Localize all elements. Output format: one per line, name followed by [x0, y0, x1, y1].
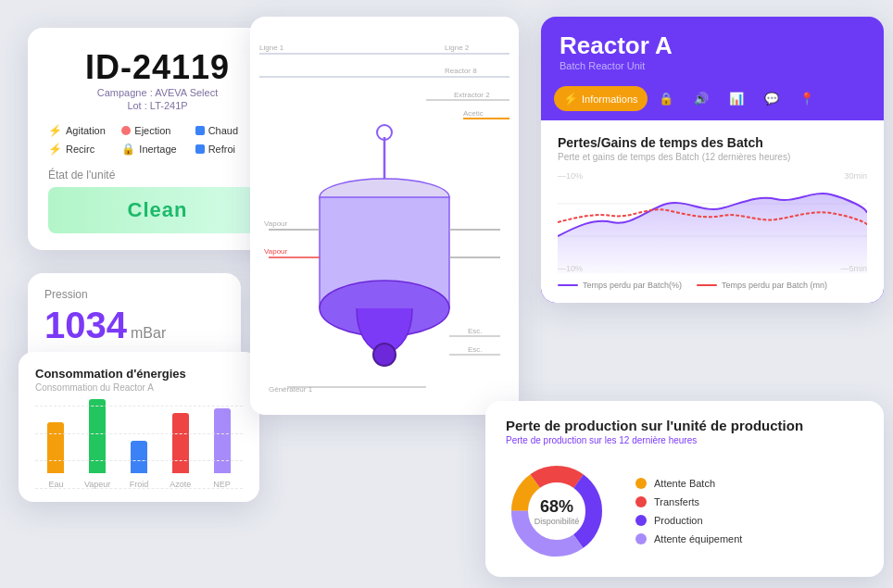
bar-eau-rect — [47, 422, 64, 473]
chaud-icon — [195, 126, 205, 135]
chart-sub: Perte et gains de temps des Batch (12 de… — [558, 152, 867, 162]
card-diagram: Ligne 1 Ligne 2 Reactor 8 Vapour Vapour — [250, 17, 519, 415]
inertage-icon: 🔒 — [121, 143, 135, 156]
dot-attente-batch — [635, 478, 647, 489]
reactor-diagram-svg: Ligne 1 Ligne 2 Reactor 8 Vapour Vapour — [259, 26, 509, 406]
card-perte: Perte de production sur l'unité de produ… — [485, 401, 884, 577]
legend-attente-equipement: Attente équipement — [635, 533, 742, 544]
card-id: ID-24119 Campagne : AVEVA Select Lot : L… — [28, 28, 287, 250]
legend-attente-batch: Attente Batch — [635, 478, 742, 489]
tag-ejection-label: Ejection — [134, 125, 170, 136]
bar-azote: Azote — [163, 413, 197, 489]
pression-unit: mBar — [131, 325, 166, 342]
tab-lock[interactable]: 🔒 — [649, 86, 683, 111]
bar-eau-label: Eau — [48, 480, 63, 489]
legend-line-red — [697, 284, 717, 286]
legend-attente-batch-label: Attente Batch — [654, 478, 715, 489]
tab-chat[interactable]: 💬 — [755, 86, 788, 111]
chat-icon: 💬 — [764, 92, 779, 106]
line-chart-svg — [558, 171, 867, 273]
pression-number: 1034 — [44, 305, 127, 346]
legend-batch-pct: Temps perdu par Batch(%) — [558, 281, 682, 290]
tag-agitation-label: Agitation — [66, 125, 106, 136]
svg-text:Ligne 1: Ligne 1 — [259, 44, 284, 52]
svg-text:Générateur 1: Générateur 1 — [269, 385, 313, 394]
tab-informations[interactable]: ⚡ Informations — [554, 86, 648, 111]
grid-line-1 — [35, 406, 243, 407]
legend-line-purple — [558, 284, 578, 286]
reactor-header: Reactor A Batch Reactor Unit — [541, 17, 884, 81]
perte-sub: Perte de production sur les 12 dernière … — [506, 435, 863, 445]
dot-attente-equipement — [635, 533, 647, 544]
y-label-bot-right: —5min — [840, 264, 867, 273]
svg-text:Acetic: Acetic — [463, 109, 484, 118]
y-label-top-right: 30min — [844, 171, 867, 181]
refroi-icon — [195, 144, 205, 154]
conso-title: Consommation d'énergies — [35, 367, 243, 381]
y-label-top-left: —10% — [558, 171, 583, 181]
reactor-sub: Batch Reactor Unit — [560, 60, 865, 71]
id-campaign: Campagne : AVEVA Select — [48, 87, 267, 98]
perte-title: Perte de production sur l'unité de produ… — [506, 418, 863, 433]
tag-chaud-label: Chaud — [208, 125, 238, 136]
line-chart-wrap: —10% 30min —10% —5min — [558, 171, 867, 273]
tab-informations-label: Informations — [582, 94, 638, 105]
id-title: ID-24119 — [48, 48, 267, 87]
bar-vapeur-label: Vapeur — [84, 480, 110, 489]
bar-nep: NEP — [205, 408, 239, 489]
card-conso: Consommation d'énergies Consommation du … — [19, 352, 259, 502]
svg-text:Extractor 2: Extractor 2 — [454, 91, 490, 99]
reactor-chart-area: Pertes/Gains de temps des Batch Perte et… — [541, 120, 884, 303]
bar-froid: Froid — [122, 441, 157, 489]
tag-ejection: Ejection — [121, 124, 193, 137]
bar-nep-label: NEP — [213, 480, 231, 489]
legend-batch-pct-label: Temps perdu par Batch(%) — [583, 281, 682, 290]
bar-vapeur-rect — [89, 399, 106, 473]
legend-batch-mn: Temps perdu par Batch (mn) — [697, 281, 827, 290]
lock-icon: 🔒 — [659, 92, 673, 106]
perte-legend: Attente Batch Transferts Production Atte… — [635, 478, 742, 544]
tag-agitation: ⚡ Agitation — [48, 124, 119, 137]
bar-froid-rect — [131, 441, 147, 473]
etat-label: État de l'unité — [48, 169, 267, 181]
reactor-tabs: ⚡ Informations 🔒 🔊 📊 💬 📍 — [541, 81, 884, 120]
donut-pct: 68% — [535, 497, 580, 517]
agitation-icon: ⚡ — [48, 124, 62, 137]
donut-text: Disponibilité — [535, 517, 580, 526]
bar-chart: Eau Vapeur Froid Azote NEP — [35, 406, 243, 489]
sound-icon: 🔊 — [694, 92, 709, 106]
tab-sound[interactable]: 🔊 — [685, 86, 718, 111]
legend-production: Production — [635, 515, 742, 526]
legend-attente-equipement-label: Attente équipement — [654, 533, 742, 544]
diagram-inner: Ligne 1 Ligne 2 Reactor 8 Vapour Vapour — [259, 26, 509, 406]
tag-recirc: ⚡ Recirc — [48, 143, 119, 156]
legend-transferts: Transferts — [635, 496, 742, 507]
dot-transferts — [635, 496, 647, 507]
tag-refroi-label: Refroi — [208, 144, 235, 155]
svg-text:Esc.: Esc. — [468, 345, 483, 354]
pression-label: Pression — [44, 288, 224, 301]
pression-value: 1034 mBar — [44, 305, 224, 346]
svg-text:Vapour: Vapour — [264, 219, 288, 228]
legend-production-label: Production — [654, 515, 703, 526]
svg-point-8 — [373, 344, 396, 366]
ejection-icon — [121, 126, 131, 135]
y-label-bot-left: —10% — [558, 264, 583, 273]
donut-label: 68% Disponibilité — [535, 497, 580, 526]
donut-chart: 68% Disponibilité — [506, 460, 608, 562]
reactor-title: Reactor A — [560, 31, 865, 60]
tab-location[interactable]: 📍 — [790, 86, 824, 111]
clean-button[interactable]: Clean — [48, 187, 267, 233]
bar-eau: Eau — [39, 422, 73, 489]
tags-grid: ⚡ Agitation Ejection Chaud ⚡ Recirc 🔒 In… — [48, 124, 267, 156]
bar-nep-rect — [214, 408, 231, 473]
tab-chart[interactable]: 📊 — [720, 86, 753, 111]
bar-froid-label: Froid — [130, 480, 149, 489]
bar-vapeur: Vapeur — [81, 399, 115, 489]
perte-body: 68% Disponibilité Attente Batch Transfer… — [506, 460, 863, 562]
pin-icon: 📍 — [799, 92, 814, 106]
svg-text:Vapour: Vapour — [264, 247, 288, 256]
tag-inertage-label: Inertage — [139, 144, 176, 155]
chart-icon: 📊 — [729, 92, 744, 106]
chart-legend: Temps perdu par Batch(%) Temps perdu par… — [558, 281, 867, 290]
